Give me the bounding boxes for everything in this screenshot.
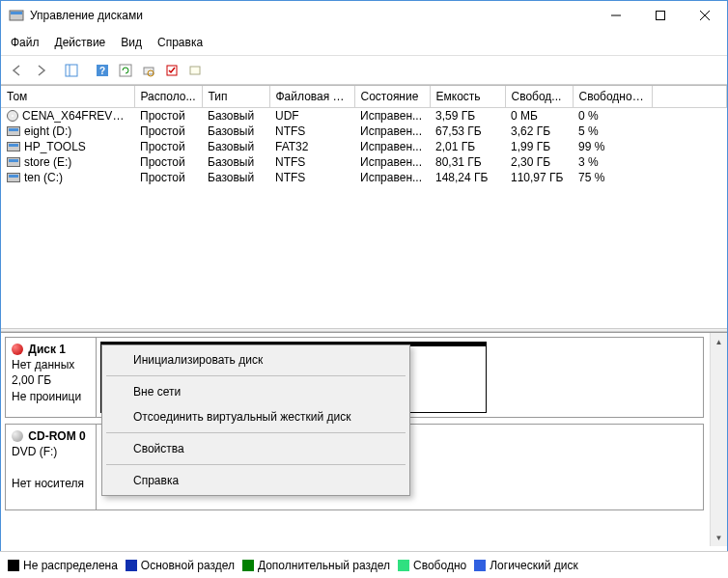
table-cell: Базовый xyxy=(202,107,269,124)
cm-offline[interactable]: Вне сети xyxy=(104,379,407,404)
table-cell: NTFS xyxy=(269,170,354,185)
disk-1-header[interactable]: Диск 1 Нет данных 2,00 ГБ Не проиници xyxy=(6,338,97,417)
col-spacer xyxy=(652,86,727,107)
window-title: Управление дисками xyxy=(30,9,594,22)
menu-file[interactable]: Файл xyxy=(3,32,47,53)
table-cell: ten (C:) xyxy=(1,170,134,185)
legend-extended: Дополнительный раздел xyxy=(242,559,390,572)
table-row[interactable]: eight (D:)ПростойБазовыйNTFSИсправен...6… xyxy=(1,124,727,139)
refresh-button[interactable] xyxy=(115,60,136,81)
table-cell: 110,97 ГБ xyxy=(505,170,573,185)
table-cell: FAT32 xyxy=(269,139,354,154)
table-cell: store (E:) xyxy=(1,154,134,170)
maximize-button[interactable] xyxy=(638,1,683,30)
table-cell: Простой xyxy=(134,107,202,124)
context-menu: Инициализировать диск Вне сети Отсоедини… xyxy=(101,344,410,496)
table-row[interactable]: HP_TOOLSПростойБазовыйFAT32Исправен...2,… xyxy=(1,139,727,154)
swatch-free xyxy=(398,560,409,571)
forward-button[interactable] xyxy=(30,60,51,81)
table-cell: Исправен... xyxy=(354,124,430,139)
table-cell: Базовый xyxy=(202,154,269,170)
swatch-primary xyxy=(126,560,137,571)
cm-initialize-disk[interactable]: Инициализировать диск xyxy=(104,347,407,372)
cm-separator xyxy=(106,375,406,376)
table-cell: 3,62 ГБ xyxy=(505,124,573,139)
cm-detach-vhd[interactable]: Отсоединить виртуальный жесткий диск xyxy=(104,404,407,429)
cm-help[interactable]: Справка xyxy=(104,468,407,493)
volume-list-pane: Том Располо... Тип Файловая с... Состоян… xyxy=(1,85,727,328)
table-cell: 67,53 ГБ xyxy=(430,124,505,139)
table-row[interactable]: ten (C:)ПростойБазовыйNTFSИсправен...148… xyxy=(1,170,727,185)
extra-tool-3-button[interactable] xyxy=(184,60,206,81)
legend-bar: Не распределена Основной раздел Дополнит… xyxy=(0,551,728,578)
scroll-up-icon[interactable]: ▲ xyxy=(711,333,727,350)
col-layout[interactable]: Располо... xyxy=(134,86,202,107)
hdd-icon xyxy=(7,173,20,182)
cdrom-0-line1: DVD (F:) xyxy=(12,445,57,458)
col-type[interactable]: Тип xyxy=(202,86,269,107)
table-row[interactable]: store (E:)ПростойБазовыйNTFSИсправен...8… xyxy=(1,154,727,170)
volume-table[interactable]: Том Располо... Тип Файловая с... Состоян… xyxy=(1,86,727,185)
show-hide-console-tree-button[interactable] xyxy=(61,60,82,81)
help-button[interactable]: ? xyxy=(92,60,113,81)
disk-1-line3: Не проиници xyxy=(12,390,81,403)
close-button[interactable] xyxy=(683,1,727,30)
table-cell: Простой xyxy=(134,124,202,139)
menu-view[interactable]: Вид xyxy=(113,32,150,53)
table-cell: 80,31 ГБ xyxy=(430,154,505,170)
cdrom-0-header[interactable]: CD-ROM 0 DVD (F:) Нет носителя xyxy=(6,425,97,509)
table-cell: UDF xyxy=(269,107,354,124)
menu-action[interactable]: Действие xyxy=(47,32,114,53)
cdrom-0-title: CD-ROM 0 xyxy=(28,429,85,443)
svg-rect-3 xyxy=(657,12,665,20)
table-cell: Простой xyxy=(134,170,202,185)
extra-tool-1-button[interactable] xyxy=(138,60,159,81)
col-filesystem[interactable]: Файловая с... xyxy=(269,86,354,107)
svg-rect-6 xyxy=(66,65,77,76)
back-button[interactable] xyxy=(7,60,28,81)
table-cell: Базовый xyxy=(202,170,269,185)
cm-properties[interactable]: Свойства xyxy=(104,436,407,461)
title-bar: Управление дисками xyxy=(1,1,727,30)
legend-free: Свободно xyxy=(398,559,466,572)
table-cell: NTFS xyxy=(269,154,354,170)
col-freepct[interactable]: Свободно % xyxy=(573,86,652,107)
col-volume[interactable]: Том xyxy=(1,86,134,107)
table-cell: 3 % xyxy=(573,154,652,170)
scroll-down-icon[interactable]: ▼ xyxy=(711,529,727,546)
col-capacity[interactable]: Емкость xyxy=(430,86,505,107)
minimize-button[interactable] xyxy=(594,1,638,30)
extra-tool-2-button[interactable] xyxy=(161,60,182,81)
swatch-logical xyxy=(474,560,486,571)
table-row[interactable]: CENA_X64FREV_R...ПростойБазовыйUDFИсправ… xyxy=(1,107,727,124)
legend-logical: Логический диск xyxy=(474,559,578,572)
cm-separator xyxy=(106,464,406,465)
svg-rect-1 xyxy=(11,12,22,14)
table-cell: Исправен... xyxy=(354,139,430,154)
window-controls xyxy=(594,1,727,30)
table-cell: 1,99 ГБ xyxy=(505,139,573,154)
table-cell: 2,30 ГБ xyxy=(505,154,573,170)
table-cell xyxy=(652,124,727,139)
table-cell: Исправен... xyxy=(354,170,430,185)
hdd-icon xyxy=(7,142,20,151)
col-free[interactable]: Свобод... xyxy=(505,86,573,107)
table-cell: Базовый xyxy=(202,139,269,154)
hdd-icon xyxy=(7,157,20,167)
vertical-scrollbar[interactable]: ▲ ▼ xyxy=(710,333,727,546)
table-cell: Исправен... xyxy=(354,107,430,124)
disk-1-line2: 2,00 ГБ xyxy=(12,373,51,387)
svg-rect-10 xyxy=(120,65,131,76)
app-icon xyxy=(9,8,24,23)
table-cell xyxy=(652,139,727,154)
table-cell: 99 % xyxy=(573,139,652,154)
disk-error-icon xyxy=(12,344,23,355)
col-status[interactable]: Состояние xyxy=(354,86,430,107)
menu-help[interactable]: Справка xyxy=(150,32,210,53)
table-cell: 3,59 ГБ xyxy=(430,107,505,124)
disk-1-line1: Нет данных xyxy=(12,358,74,372)
table-cell xyxy=(652,170,727,185)
svg-rect-14 xyxy=(190,67,200,74)
swatch-unallocated xyxy=(8,560,19,571)
table-cell: 0 % xyxy=(573,107,652,124)
